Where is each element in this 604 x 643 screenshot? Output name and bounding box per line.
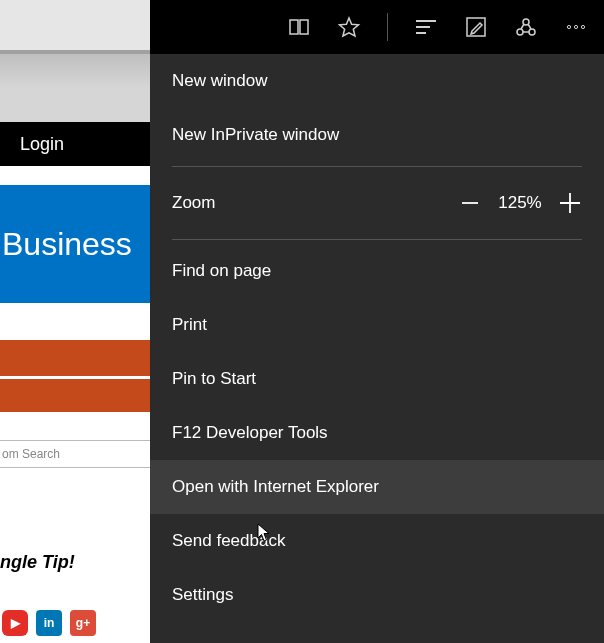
menu-separator (172, 239, 582, 240)
menu-print[interactable]: Print (150, 298, 604, 352)
zoom-label: Zoom (172, 193, 448, 213)
toolbar-divider (387, 13, 388, 41)
menu-dev-tools[interactable]: F12 Developer Tools (150, 406, 604, 460)
social-icons: ▶ in g+ (0, 610, 96, 636)
web-note-icon[interactable] (462, 13, 490, 41)
custom-search-input[interactable]: om Search (0, 440, 150, 468)
more-menu: New window New InPrivate window Zoom 125… (150, 54, 604, 643)
svg-point-6 (581, 25, 584, 28)
linkedin-icon[interactable]: in (36, 610, 62, 636)
edge-toolbar (150, 0, 604, 54)
menu-zoom-row: Zoom 125% (150, 171, 604, 235)
svg-point-2 (517, 29, 523, 35)
reading-view-icon[interactable] (285, 13, 313, 41)
tip-heading: ngle Tip! (0, 552, 150, 573)
svg-point-4 (567, 25, 570, 28)
google-plus-icon[interactable]: g+ (70, 610, 96, 636)
more-icon[interactable] (562, 13, 590, 41)
svg-point-3 (529, 29, 535, 35)
hub-icon[interactable] (412, 13, 440, 41)
svg-point-5 (574, 25, 577, 28)
menu-new-window[interactable]: New window (150, 54, 604, 108)
zoom-out-button[interactable] (448, 185, 492, 221)
menu-open-with-ie[interactable]: Open with Internet Explorer (150, 460, 604, 514)
menu-separator (172, 166, 582, 167)
youtube-icon[interactable]: ▶ (2, 610, 28, 636)
menu-send-feedback[interactable]: Send feedback (150, 514, 604, 568)
zoom-in-button[interactable] (548, 185, 592, 221)
menu-settings[interactable]: Settings (150, 568, 604, 622)
menu-pin-to-start[interactable]: Pin to Start (150, 352, 604, 406)
login-link[interactable]: Login (0, 122, 150, 166)
share-icon[interactable] (512, 13, 540, 41)
favorites-star-icon[interactable] (335, 13, 363, 41)
zoom-value: 125% (492, 193, 548, 213)
menu-find[interactable]: Find on page (150, 244, 604, 298)
business-banner: Business (0, 185, 150, 303)
menu-new-inprivate[interactable]: New InPrivate window (150, 108, 604, 162)
